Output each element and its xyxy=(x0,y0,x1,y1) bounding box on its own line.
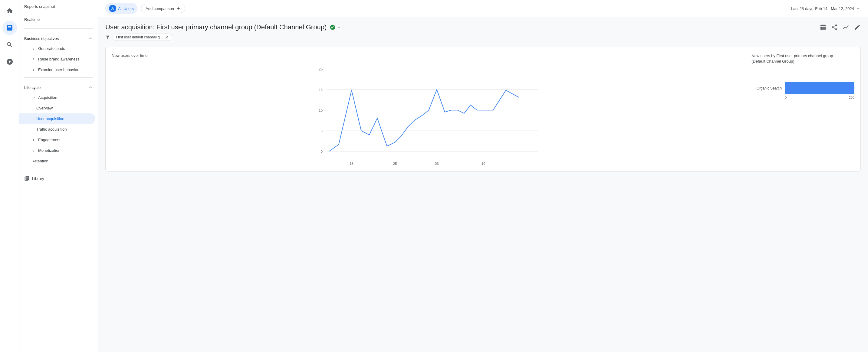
analytics-nav-icon[interactable] xyxy=(2,21,17,35)
date-range-chevron-icon xyxy=(856,6,861,11)
user-acquisition-item[interactable]: User acquisition xyxy=(19,114,95,124)
library-item[interactable]: Library xyxy=(19,171,98,185)
sidebar-divider-3 xyxy=(24,169,93,169)
svg-text:0: 0 xyxy=(321,149,323,153)
examine-user-behavior-label: Examine user behavior xyxy=(38,67,79,72)
add-comparison-plus-icon xyxy=(176,6,181,11)
sidebar-divider-1 xyxy=(24,28,93,29)
share-icon[interactable] xyxy=(831,24,838,31)
raise-brand-awareness-chevron-icon xyxy=(31,57,36,61)
engagement-chevron-icon xyxy=(31,138,36,142)
bar-x-axis-max: 200 xyxy=(849,96,855,99)
bar-x-axis-min: 0 xyxy=(785,96,786,99)
line-chart-polyline xyxy=(329,90,519,151)
search-nav-icon[interactable] xyxy=(2,37,17,52)
filter-bar: First user default channel g... xyxy=(105,34,861,41)
traffic-acquisition-label: Traffic acquisition xyxy=(36,127,67,132)
svg-text:15: 15 xyxy=(319,88,322,92)
library-label: Library xyxy=(32,176,44,181)
title-actions xyxy=(819,24,861,31)
edit-icon[interactable] xyxy=(854,24,861,31)
user-initial: A xyxy=(112,6,114,10)
svg-text:18: 18 xyxy=(349,161,353,165)
sidebar: Reports snapshot Realtime Business objec… xyxy=(19,0,98,352)
bar-x-axis: 0 200 xyxy=(751,96,855,99)
sidebar-divider-2 xyxy=(24,77,93,78)
overview-item[interactable]: Overview xyxy=(19,103,95,114)
home-nav-icon[interactable] xyxy=(2,4,17,18)
user-pill[interactable]: A All Users xyxy=(105,3,137,14)
table-view-icon[interactable] xyxy=(819,24,826,31)
date-range-label: Last 28 days xyxy=(791,6,813,11)
acquisition-chevron-icon xyxy=(31,96,36,100)
realtime-item[interactable]: Realtime xyxy=(19,13,98,26)
filter-chip-close-icon[interactable] xyxy=(165,35,169,39)
business-objectives-header[interactable]: Business objectives xyxy=(19,31,98,43)
title-check-chevron-icon xyxy=(337,25,341,29)
engagement-label: Engagement xyxy=(38,137,61,142)
monetization-label: Monetization xyxy=(38,148,61,153)
svg-text:10: 10 xyxy=(319,108,322,112)
filter-chip-label: First user default channel g... xyxy=(116,35,163,39)
retention-item[interactable]: Retention xyxy=(19,156,95,166)
bar-chart-title: New users by First user primary channel … xyxy=(751,53,855,64)
bar-fill-organic-search xyxy=(785,82,855,94)
raise-brand-awareness-item[interactable]: Raise brand awareness xyxy=(19,54,95,64)
svg-text:25: 25 xyxy=(393,161,397,165)
examine-user-behavior-item[interactable]: Examine user behavior xyxy=(19,64,95,75)
page-title-row: User acquisition: First user primary cha… xyxy=(105,23,861,31)
generate-leads-item[interactable]: Generate leads xyxy=(19,43,95,54)
user-acquisition-label: User acquisition xyxy=(36,117,64,121)
bar-chart-content: Organic Search 0 200 xyxy=(751,82,855,99)
user-pill-label: All Users xyxy=(118,6,134,11)
line-chart-title: New users over time xyxy=(112,53,739,58)
title-check-badge[interactable] xyxy=(330,24,341,30)
raise-brand-awareness-label: Raise brand awareness xyxy=(38,57,80,61)
traffic-acquisition-item[interactable]: Traffic acquisition xyxy=(19,124,95,135)
annotate-icon[interactable] xyxy=(843,24,849,31)
icon-rail xyxy=(0,0,19,352)
topbar: A All Users Add comparison Last 28 days … xyxy=(98,0,868,17)
overview-label: Overview xyxy=(36,106,53,110)
engagement-item[interactable]: Engagement xyxy=(19,135,95,145)
bar-row-organic-search: Organic Search xyxy=(751,82,855,94)
svg-text:5: 5 xyxy=(321,129,323,133)
acquisition-item[interactable]: Acquisition xyxy=(19,92,95,103)
lifecycle-header[interactable]: Life cycle xyxy=(19,80,98,92)
svg-text:10: 10 xyxy=(482,161,486,165)
lifecycle-label: Life cycle xyxy=(24,85,40,90)
acquisition-label: Acquisition xyxy=(38,95,57,100)
filter-icon xyxy=(105,35,110,40)
generate-leads-chevron-icon xyxy=(31,46,36,51)
retention-label: Retention xyxy=(31,159,49,163)
svg-text:03: 03 xyxy=(435,161,439,165)
date-range-selector[interactable]: Last 28 days Feb 14 - Mar 12, 2024 xyxy=(791,6,861,11)
monetization-item[interactable]: Monetization xyxy=(19,145,95,156)
reports-snapshot-item[interactable]: Reports snapshot xyxy=(19,0,98,13)
bar-chart-area: New users by First user primary channel … xyxy=(751,53,855,165)
lifecycle-collapse-icon xyxy=(88,85,93,90)
user-avatar: A xyxy=(109,5,116,12)
realtime-label: Realtime xyxy=(24,17,40,22)
add-comparison-button[interactable]: Add comparison xyxy=(141,4,185,13)
main-content: User acquisition: First user primary cha… xyxy=(98,17,868,352)
page-title-text: User acquisition: First user primary cha… xyxy=(105,23,327,31)
examine-user-behavior-chevron-icon xyxy=(31,68,36,72)
check-circle-icon xyxy=(330,24,336,30)
line-chart-area: New users over time 20 10 5 xyxy=(112,53,739,165)
chart-card: New users over time 20 10 5 xyxy=(105,47,861,172)
add-comparison-label: Add comparison xyxy=(146,6,174,11)
reports-snapshot-label: Reports snapshot xyxy=(24,4,55,9)
svg-text:20: 20 xyxy=(319,67,322,71)
monetization-chevron-icon xyxy=(31,149,36,153)
library-icon xyxy=(24,176,30,181)
main-area: A All Users Add comparison Last 28 days … xyxy=(98,0,868,352)
business-objectives-label: Business objectives xyxy=(24,36,59,41)
line-chart-svg: 20 10 5 0 15 18 25 03 10 Feb xyxy=(112,63,739,165)
audience-nav-icon[interactable] xyxy=(2,55,17,69)
line-chart-svg-container: 20 10 5 0 15 18 25 03 10 Feb xyxy=(112,63,739,165)
filter-chip[interactable]: First user default channel g... xyxy=(113,34,172,41)
date-range-value: Feb 14 - Mar 12, 2024 xyxy=(815,6,854,11)
generate-leads-label: Generate leads xyxy=(38,46,65,51)
business-objectives-collapse-icon xyxy=(88,36,93,41)
